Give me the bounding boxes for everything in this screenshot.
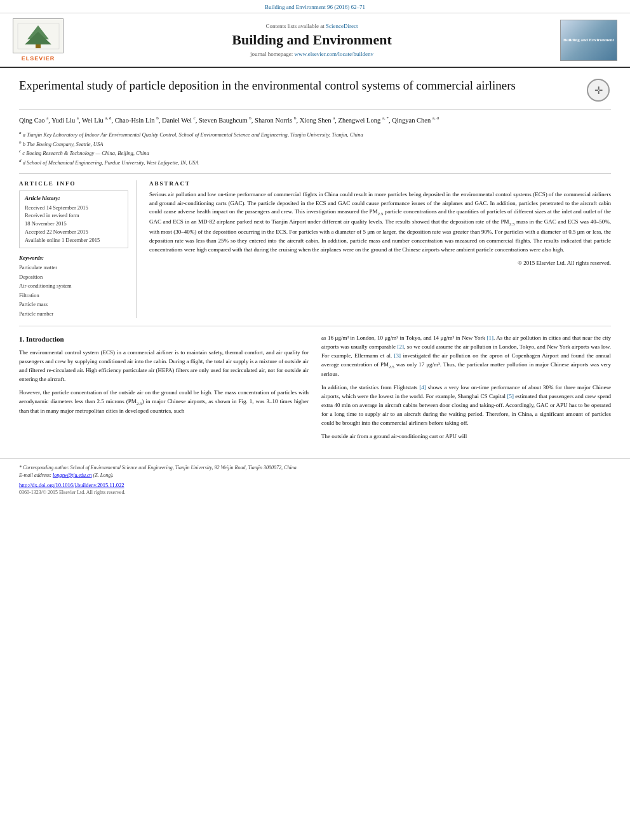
homepage-link[interactable]: www.elsevier.com/locate/buildenv	[295, 51, 373, 57]
copyright-notice: © 2015 Elsevier Ltd. All rights reserved…	[149, 260, 611, 266]
page: Building and Environment 96 (2016) 62–71…	[0, 0, 630, 840]
keyword-5: Particle mass	[19, 300, 128, 309]
article-info-header: ARTICLE INFO	[19, 180, 128, 187]
page-footer: * Corresponding author. School of Enviro…	[0, 458, 630, 500]
journal-header: ELSEVIER Contents lists available at Sci…	[0, 13, 630, 68]
article-title-section: Experimental study of particle depositio…	[19, 77, 611, 110]
crossmark-icon: ✛	[587, 79, 610, 102]
issn-line: 0360-1323/© 2015 Elsevier Ltd. All right…	[19, 490, 611, 495]
article-info-column: ARTICLE INFO Article history: Received 1…	[19, 180, 137, 318]
affiliation-a: a a Tianjin Key Laboratory of Indoor Air…	[19, 130, 611, 139]
keyword-1: Particulate matter	[19, 263, 128, 272]
elsevier-logo: ELSEVIER	[13, 18, 64, 62]
journal-reference-bar: Building and Environment 96 (2016) 62–71	[0, 0, 630, 13]
two-column-section: ARTICLE INFO Article history: Received 1…	[19, 173, 611, 318]
affiliation-c: c c Boeing Research & Technology — China…	[19, 148, 611, 157]
article-history-box: Article history: Received 14 September 2…	[19, 190, 128, 249]
journal-center-info: Contents lists available at ScienceDirec…	[64, 23, 560, 57]
sciencedirect-link[interactable]: ScienceDirect	[326, 23, 358, 29]
article-title: Experimental study of particle depositio…	[19, 77, 586, 95]
elsevier-logo-image	[13, 18, 64, 53]
homepage-line: journal homepage: www.elsevier.com/locat…	[64, 51, 560, 57]
keyword-2: Deposition	[19, 272, 128, 281]
body-right-column: as 16 μg/m³ in London, 10 μg/m³ in Tokyo…	[321, 334, 611, 446]
intro-para-5: The outside air from a ground air-condit…	[321, 432, 611, 441]
keywords-header: Keywords:	[19, 255, 128, 261]
journal-title: Building and Environment	[64, 32, 560, 48]
received-revised-label: Received in revised form	[25, 211, 123, 220]
abstract-column: ABSTRACT Serious air pollution and low o…	[149, 180, 611, 318]
received-date: Received 14 September 2015	[25, 204, 123, 212]
section-divider	[19, 326, 611, 326]
history-header: Article history:	[25, 195, 123, 201]
journal-cover-image: Building and Environment	[560, 20, 617, 61]
ref-4-link[interactable]: [4]	[419, 384, 426, 390]
keyword-4: Filtration	[19, 291, 128, 300]
body-left-column: 1. Introduction The environmental contro…	[19, 334, 309, 446]
received-revised-date: 18 November 2015	[25, 220, 123, 228]
crossmark-badge[interactable]: ✛	[586, 77, 611, 103]
section1-title: 1. Introduction	[19, 334, 309, 345]
keyword-3: Air-conditioning system	[19, 281, 128, 290]
doi-url[interactable]: http://dx.doi.org/10.1016/j.buildenv.201…	[19, 482, 124, 488]
corresponding-author-note: * Corresponding author. School of Enviro…	[19, 464, 611, 472]
ref-5-link[interactable]: [5]	[507, 393, 514, 399]
ref-2-link[interactable]: [2]	[397, 343, 404, 350]
contents-line: Contents lists available at ScienceDirec…	[64, 23, 560, 29]
elsevier-name: ELSEVIER	[22, 55, 55, 62]
email-link[interactable]: longzw@tju.edu.cn	[53, 472, 92, 478]
email-note: E-mail address: longzw@tju.edu.cn (Z. Lo…	[19, 472, 611, 479]
authors-line: Qing Cao a, Yudi Liu a, Wei Liu a, d, Ch…	[19, 115, 611, 126]
svg-rect-3	[36, 44, 41, 48]
available-date: Available online 1 December 2015	[25, 236, 123, 244]
intro-para-2: However, the particle concentration of t…	[19, 389, 309, 417]
article-content: Experimental study of particle depositio…	[0, 68, 630, 455]
affiliations: a a Tianjin Key Laboratory of Indoor Air…	[19, 130, 611, 166]
affiliation-d: d d School of Mechanical Engineering, Pu…	[19, 157, 611, 167]
affiliation-b: b b The Boeing Company, Seattle, USA	[19, 139, 611, 149]
ref-1-link[interactable]: [1]	[486, 335, 493, 341]
intro-para-3: as 16 μg/m³ in London, 10 μg/m³ in Tokyo…	[321, 334, 611, 379]
accepted-date: Accepted 22 November 2015	[25, 228, 123, 236]
abstract-header: ABSTRACT	[149, 180, 611, 187]
intro-para-4: In addition, the statistics from Flights…	[321, 383, 611, 428]
body-two-column: 1. Introduction The environmental contro…	[19, 334, 611, 446]
intro-para-1: The environmental control system (ECS) i…	[19, 349, 309, 384]
abstract-text: Serious air pollution and low on-time pe…	[149, 190, 611, 255]
keyword-6: Particle number	[19, 309, 128, 318]
journal-reference: Building and Environment 96 (2016) 62–71	[265, 4, 365, 10]
ref-3-link[interactable]: [3]	[394, 352, 401, 359]
keywords-section: Keywords: Particulate matter Deposition …	[19, 255, 128, 318]
doi-link: http://dx.doi.org/10.1016/j.buildenv.201…	[19, 482, 611, 488]
